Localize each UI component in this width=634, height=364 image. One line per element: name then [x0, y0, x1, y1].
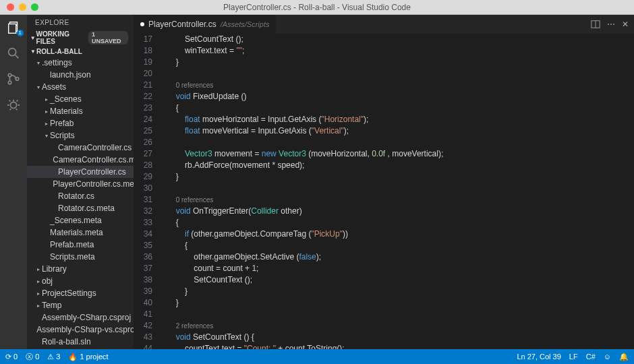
activity-bar: 1: [0, 15, 27, 349]
chevron-right-icon: ▸: [43, 109, 50, 115]
maximize-window-button[interactable]: [31, 3, 38, 11]
more-actions-button[interactable]: ⋯: [607, 20, 615, 29]
tree-item-label: _Scenes.meta: [50, 216, 102, 225]
tab-bar: PlayerController.cs /Assets/Scripts ⋯ ✕: [134, 15, 634, 34]
tree-item-label: Prefab: [50, 119, 74, 128]
tree-item-label: Assembly-CSharp.csproj: [42, 313, 131, 322]
tree-item-label: ProjectSettings: [42, 289, 96, 298]
tree-item-label: launch.json: [50, 70, 91, 80]
tree-item-label: Roll-a-ball.sln: [42, 337, 91, 346]
project-folder-label: ROLL-A-BALL: [36, 48, 82, 55]
sidebar-title: EXPLORE: [27, 15, 134, 29]
line-gutter: 17 18 19 20 21 22 23 24 25 26 27 28 29 3…: [134, 34, 158, 349]
tree-item[interactable]: ▾Scripts: [27, 129, 134, 142]
tree-item-label: Scripts: [50, 131, 75, 140]
tree-item[interactable]: PlayerController.cs.meta: [27, 178, 134, 190]
tree-item[interactable]: launch.json: [27, 69, 134, 81]
window-titlebar: PlayerController.cs - Roll-a-ball - Visu…: [0, 0, 634, 15]
tree-item-label: Rotator.cs.meta: [58, 204, 115, 213]
chevron-down-icon: ▾: [43, 133, 50, 139]
project-status[interactable]: 🔥 1 project: [68, 353, 108, 361]
tree-item[interactable]: ▸Prefab: [27, 117, 134, 129]
chevron-right-icon: ▸: [35, 291, 42, 297]
tree-item-label: Assets: [42, 82, 66, 92]
modified-indicator-icon: [140, 22, 144, 26]
tree-item[interactable]: ▾.settings: [27, 57, 134, 69]
unsaved-badge: 1 UNSAVED: [88, 31, 128, 44]
tree-item[interactable]: Assembly-CSharp-vs.csproj: [27, 324, 134, 336]
tree-item[interactable]: Rotator.cs: [27, 190, 134, 202]
notification-icon[interactable]: 🔔: [619, 353, 629, 361]
tree-item[interactable]: ▸obj: [27, 275, 134, 287]
warning-count-status[interactable]: ⚠ 3: [47, 353, 60, 361]
tree-item[interactable]: Materials.meta: [27, 226, 134, 239]
search-activity-button[interactable]: [6, 46, 21, 61]
traffic-lights: [0, 3, 38, 11]
svg-point-5: [8, 81, 11, 84]
editor-tab[interactable]: PlayerController.cs /Assets/Scripts: [134, 15, 276, 34]
tree-item-label: PlayerController.cs: [58, 167, 126, 177]
chevron-down-icon: ▼: [30, 49, 36, 55]
chevron-right-icon: ▸: [35, 278, 42, 284]
working-files-label: WORKING FILES: [36, 30, 88, 45]
chevron-down-icon: ▾: [35, 60, 42, 66]
tree-item-label: Materials: [50, 107, 83, 116]
tree-item-label: Prefab.meta: [50, 240, 94, 249]
tree-item[interactable]: ▸Library: [27, 263, 134, 275]
cursor-position-status[interactable]: Ln 27, Col 39: [517, 353, 560, 361]
tree-item[interactable]: Assembly-CSharp.csproj: [27, 311, 134, 324]
tree-item[interactable]: Prefab.meta: [27, 239, 134, 251]
code-editor[interactable]: 17 18 19 20 21 22 23 24 25 26 27 28 29 3…: [134, 34, 634, 349]
error-count-status[interactable]: ⓧ 0: [26, 352, 39, 362]
git-sync-status[interactable]: ⟳ 0: [5, 353, 18, 361]
explorer-activity-button[interactable]: 1: [6, 20, 21, 35]
minimize-window-button[interactable]: [19, 3, 26, 11]
tree-item[interactable]: Roll-a-ball.userprefs: [27, 348, 134, 349]
tree-item-label: Temp: [42, 301, 61, 310]
window-title: PlayerController.cs - Roll-a-ball - Visu…: [0, 3, 634, 12]
tree-item[interactable]: CameraController.cs.meta: [27, 154, 134, 166]
explorer-badge: 1: [17, 30, 24, 36]
close-window-button[interactable]: [7, 3, 14, 11]
tab-filename: PlayerController.cs: [148, 20, 217, 29]
working-files-header[interactable]: ▼ WORKING FILES 1 UNSAVED: [27, 29, 134, 47]
tree-item[interactable]: CameraController.cs: [27, 142, 134, 154]
tree-item[interactable]: Roll-a-ball.sln: [27, 336, 134, 348]
feedback-icon[interactable]: ☺: [604, 353, 611, 361]
svg-point-2: [9, 49, 16, 56]
editor-pane: PlayerController.cs /Assets/Scripts ⋯ ✕ …: [134, 15, 634, 349]
tree-item-label: _Scenes: [50, 94, 82, 104]
tree-item[interactable]: PlayerController.cs: [27, 166, 134, 178]
tree-item-label: CameraController.cs: [58, 143, 132, 152]
tree-item-label: Library: [42, 264, 67, 274]
tree-item[interactable]: _Scenes.meta: [27, 214, 134, 226]
close-tab-button[interactable]: ✕: [622, 20, 629, 29]
tree-item-label: Rotator.cs: [58, 191, 94, 201]
tree-item[interactable]: ▸Temp: [27, 299, 134, 311]
tree-item[interactable]: ▸Materials: [27, 105, 134, 117]
tree-item[interactable]: ▸_Scenes: [27, 93, 134, 105]
tree-item[interactable]: Scripts.meta: [27, 251, 134, 263]
debug-activity-button[interactable]: [6, 97, 21, 112]
tree-item-label: CameraController.cs.meta: [53, 155, 134, 164]
chevron-down-icon: ▾: [35, 84, 42, 90]
code-content[interactable]: SetCountText (); winText.text = ""; } 0 …: [158, 34, 634, 349]
chevron-right-icon: ▸: [35, 266, 42, 272]
language-status[interactable]: C#: [586, 353, 596, 361]
tree-item[interactable]: ▾Assets: [27, 81, 134, 93]
split-editor-button[interactable]: [591, 20, 600, 29]
git-activity-button[interactable]: [6, 71, 21, 86]
svg-line-3: [16, 55, 19, 59]
tree-item[interactable]: ▸ProjectSettings: [27, 287, 134, 299]
chevron-down-icon: ▼: [30, 35, 36, 41]
tree-item-label: PlayerController.cs.meta: [53, 179, 134, 189]
tree-item-label: Scripts.meta: [50, 252, 95, 262]
file-tree: ▾.settings launch.json▾Assets▸_Scenes▸Ma…: [27, 57, 134, 349]
project-folder-header[interactable]: ▼ ROLL-A-BALL: [27, 47, 134, 57]
chevron-right-icon: ▸: [43, 121, 50, 127]
svg-point-4: [8, 73, 11, 77]
eol-status[interactable]: LF: [569, 353, 578, 361]
tree-item[interactable]: Rotator.cs.meta: [27, 202, 134, 214]
tree-item-label: obj: [42, 276, 53, 286]
svg-rect-1: [9, 24, 16, 34]
